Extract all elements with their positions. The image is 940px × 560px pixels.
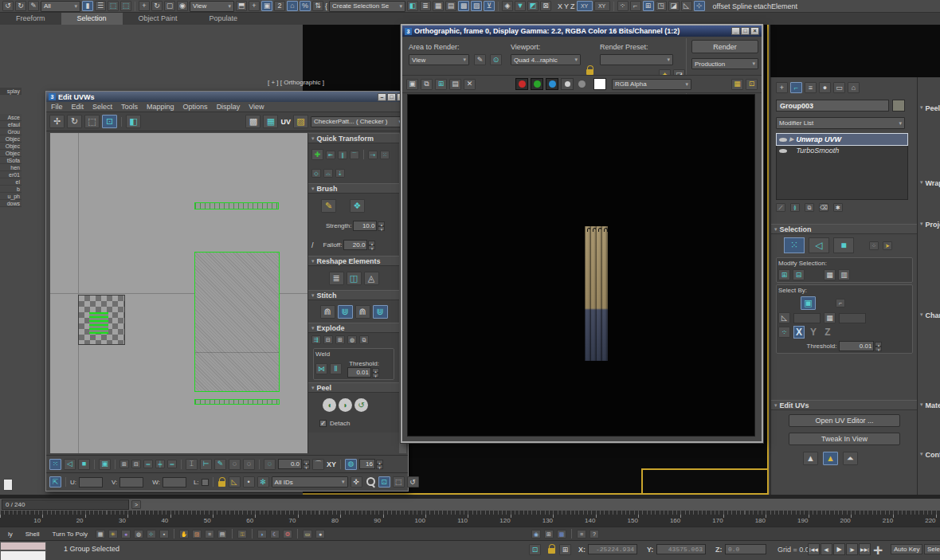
align-grid-icon[interactable]: ◇ <box>311 169 321 178</box>
modifier-stack-row[interactable]: ▶ TurboSmooth <box>777 145 907 156</box>
weld-custom-icon[interactable]: ⋈ <box>315 363 327 374</box>
menu-item[interactable]: Display <box>217 103 241 111</box>
u-field[interactable] <box>79 477 103 488</box>
edge-mode-icon[interactable]: ◁ <box>64 459 76 470</box>
zoom-region-icon[interactable]: ⊡ <box>378 476 390 488</box>
right-edge-rollout[interactable]: ▾Mate <box>920 401 940 409</box>
menu-item[interactable]: Tools <box>121 103 138 111</box>
flatten-custom-icon[interactable]: ⇶ <box>311 335 321 344</box>
named-selection-dropdown[interactable]: Create Selection Se▾ <box>329 1 405 12</box>
snap-toggle-icon[interactable]: 2 <box>274 1 285 11</box>
clear-icon[interactable]: ✕ <box>464 79 476 90</box>
transform-typein-icon[interactable]: ⊞ <box>559 544 571 555</box>
loop-icon[interactable]: ▥ <box>838 269 850 280</box>
edge-ring-icon[interactable]: ═ <box>143 460 153 468</box>
falloff-size-spinner[interactable]: 16▴▾ <box>359 459 383 469</box>
detach-checkbox[interactable]: ✓ <box>319 420 327 427</box>
uv-mountain-gray-icon[interactable]: ▲ <box>803 452 818 465</box>
sphere-shelf-icon[interactable]: ● <box>121 530 131 538</box>
constraint-x-label[interactable]: X <box>558 2 562 10</box>
explorer-item[interactable]: dows <box>0 200 22 207</box>
timeline-ruler[interactable]: 1020304050607080901001101201301401501601… <box>0 511 940 527</box>
blue-channel-icon[interactable] <box>546 78 558 90</box>
strength-spinner[interactable]: 10.0▴▾ <box>353 221 385 231</box>
viewport-dropdown[interactable]: Quad 4...raphic▾ <box>511 54 581 65</box>
grow-icon[interactable]: ⊞ <box>778 269 790 280</box>
explorer-item[interactable]: Objec <box>0 135 22 143</box>
spinner-snap-icon[interactable]: ⇅ <box>312 1 323 11</box>
motion-tab-icon[interactable]: ● <box>819 82 831 93</box>
explode-header[interactable]: ▾Explode <box>308 323 399 333</box>
lamp-shelf-icon[interactable]: ✳ <box>108 530 118 538</box>
explorer-item[interactable]: u_ph <box>0 193 22 200</box>
right-edge-rollout[interactable]: ▾Confi <box>920 451 940 459</box>
peel-reset-icon[interactable]: ↺ <box>354 398 368 412</box>
dope-sheet-icon[interactable]: ▨ <box>471 1 482 11</box>
x-coord-field[interactable]: -25224.934 <box>588 544 637 554</box>
explorer-item[interactable]: hen <box>0 164 22 171</box>
space-v-icon[interactable]: ⇣ <box>335 169 345 178</box>
layer-manager-icon[interactable]: ▦ <box>433 1 444 11</box>
minimize-icon[interactable]: – <box>378 93 386 101</box>
zoom-icon[interactable] <box>365 476 376 488</box>
falloff-spinner[interactable]: 20.0▴▾ <box>343 240 375 250</box>
open-uv-editor-button[interactable]: Open UV Editor ... <box>789 414 900 427</box>
axis-y-button[interactable]: Y <box>808 327 819 338</box>
edit-uvws-titlebar[interactable]: 3 Edit UVWs – □ × <box>46 92 408 102</box>
uv-move-icon[interactable]: ✢ <box>49 115 65 128</box>
weld-selected-icon[interactable]: Ⅱ <box>330 363 342 374</box>
crossing-select-icon[interactable]: ⬚ <box>120 1 131 11</box>
list-shelf-icon[interactable]: ≡ <box>205 530 214 538</box>
flatten-id-icon[interactable]: ⊟ <box>323 335 333 344</box>
play-icon[interactable]: ▶ <box>833 543 845 555</box>
uv-scale-icon[interactable]: ⬚ <box>84 115 100 128</box>
move-brush-icon[interactable]: ✎ <box>321 199 336 213</box>
lock-aspect-checkbox[interactable] <box>202 479 209 486</box>
modify-tab-icon[interactable]: ⌐ <box>790 82 802 93</box>
print-icon[interactable]: ▤ <box>449 79 461 90</box>
checker-map-icon[interactable]: ▨ <box>293 115 308 128</box>
constraint-xy-button[interactable]: XY <box>577 1 593 11</box>
green-channel-icon[interactable] <box>531 78 543 90</box>
stitch-source-icon[interactable]: ⋓ <box>338 305 353 319</box>
close-icon[interactable]: × <box>750 27 759 35</box>
menu-item[interactable]: Options <box>183 103 208 111</box>
isolate-selection-icon[interactable]: ⊡ <box>529 544 541 555</box>
select-key-button[interactable]: Select <box>924 544 940 554</box>
grid-tool-icon[interactable]: ⁘ <box>617 1 629 11</box>
flatten-polygon-icon[interactable]: ⧉ <box>359 335 369 344</box>
modifier-list-dropdown[interactable]: Modifier List▾ <box>776 117 905 129</box>
explorer-item[interactable]: splay <box>0 88 22 95</box>
area-to-render-dropdown[interactable]: View▾ <box>409 54 469 65</box>
box-shelf-icon[interactable]: ▪ <box>159 530 169 538</box>
rotate-icon[interactable]: ↻ <box>151 1 163 11</box>
percent-snap-icon[interactable]: % <box>300 1 311 11</box>
shelf-button[interactable]: Shell <box>21 531 45 538</box>
uv-canvas[interactable] <box>50 133 307 453</box>
go-to-end-icon[interactable]: ▶▶| <box>859 543 871 555</box>
z-coord-field[interactable]: 0.0 <box>725 544 766 554</box>
falloff-profile-icon[interactable]: ⌒ <box>312 459 324 470</box>
pixel-snap-icon[interactable]: • <box>243 476 255 488</box>
edit-uvs-rollout-header[interactable]: ▾Edit UVs <box>771 400 918 410</box>
ref-coord-dropdown[interactable]: View▾ <box>190 1 234 12</box>
texture-list-dropdown[interactable]: CheckerPatt... ( Checker )▾ <box>311 116 405 127</box>
reshape-elements-header[interactable]: ▾Reshape Elements <box>308 256 399 266</box>
paint-grow-icon[interactable]: ◌ <box>229 459 241 470</box>
y-coord-field[interactable]: 43575.063 <box>656 544 706 554</box>
copy-icon[interactable]: ⊞ <box>435 79 447 90</box>
linear-align-icon[interactable]: ⁙ <box>380 151 390 159</box>
select-by-pelt-icon[interactable]: ⌐ <box>836 299 845 307</box>
vertex-sub-icon[interactable]: ⁙ <box>784 237 805 253</box>
circle-shelf-icon[interactable]: ● <box>315 530 325 538</box>
rotate-ccw-icon[interactable]: ⌒ <box>350 151 359 159</box>
select-by-name-icon[interactable]: ☰ <box>95 1 106 11</box>
explorer-item[interactable]: er01 <box>0 171 22 178</box>
render-setup-icon[interactable]: ◈ <box>502 1 513 11</box>
planar-angle-icon[interactable]: ◺ <box>778 312 790 323</box>
angle-tool-icon[interactable]: ◺ <box>681 1 692 11</box>
align-v-icon[interactable]: ∥ <box>338 151 347 159</box>
uv-mountain-active-icon[interactable]: ▲ <box>823 452 838 465</box>
preview-cursor-icon[interactable]: ➤ <box>883 241 892 250</box>
edge-grow-icon[interactable]: ╪ <box>155 460 165 468</box>
